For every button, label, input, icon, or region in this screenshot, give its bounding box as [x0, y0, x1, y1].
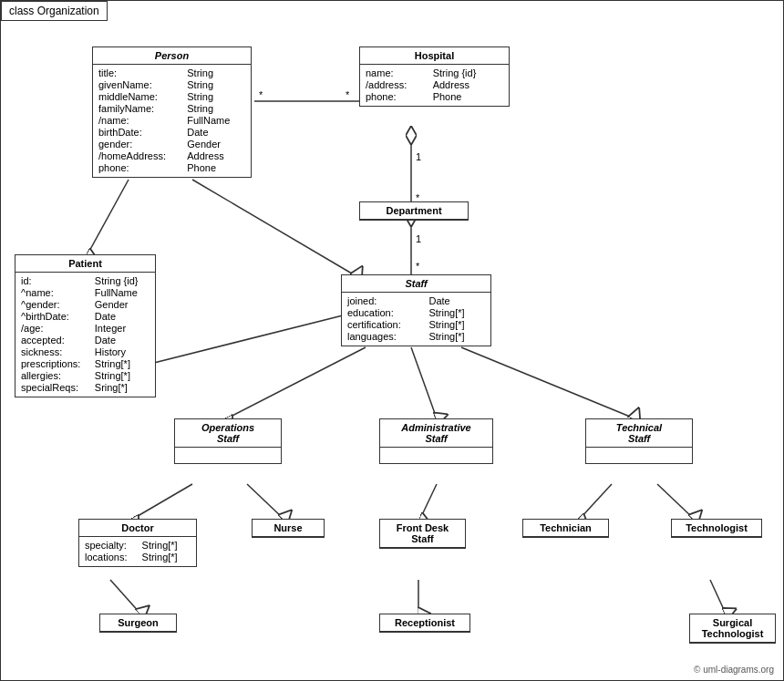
class-technologist-header: Technologist — [672, 520, 761, 537]
class-doctor: Doctor specialty:String[*] locations:Str… — [78, 519, 197, 567]
svg-line-17 — [461, 347, 634, 418]
class-surgeon: Surgeon — [99, 614, 177, 633]
class-front-desk-staff-header: Front Desk Staff — [380, 520, 465, 548]
class-patient-header: Patient — [15, 255, 155, 273]
class-person-header: Person — [93, 47, 251, 65]
class-staff-body: joined:Date education:String[*] certific… — [342, 293, 490, 346]
class-doctor-header: Doctor — [79, 520, 196, 537]
class-patient: Patient id:String {id} ^name:FullName ^g… — [15, 254, 156, 397]
class-person: Person title:String givenName:String mid… — [92, 46, 252, 178]
svg-line-12 — [192, 180, 356, 276]
class-operations-staff-header: Operations Staff — [175, 419, 281, 448]
class-surgeon-header: Surgeon — [100, 614, 176, 632]
class-patient-body: id:String {id} ^name:FullName ^gender:Ge… — [15, 273, 155, 397]
class-technician-header: Technician — [523, 520, 608, 537]
svg-line-11 — [88, 180, 129, 254]
svg-text:1: 1 — [416, 233, 421, 244]
class-nurse: Nurse — [252, 519, 325, 538]
class-nurse-header: Nurse — [253, 520, 324, 537]
class-technician: Technician — [522, 519, 609, 538]
class-administrative-staff-header: Administrative Staff — [380, 419, 492, 448]
svg-text:*: * — [416, 261, 420, 272]
svg-line-19 — [247, 484, 284, 519]
svg-line-25 — [710, 580, 726, 614]
class-surgical-technologist: Surgical Technologist — [689, 614, 776, 644]
svg-line-15 — [227, 347, 366, 418]
class-doctor-body: specialty:String[*] locations:String[*] — [79, 537, 196, 566]
class-department-header: Department — [360, 202, 468, 220]
svg-line-20 — [420, 484, 437, 519]
class-hospital-body: name:String {id} /address:Address phone:… — [360, 65, 509, 106]
diagram-container: class Organization * * 1 * — [0, 0, 784, 681]
svg-line-21 — [580, 484, 612, 519]
svg-line-16 — [411, 347, 437, 418]
class-person-body: title:String givenName:String middleName… — [93, 65, 251, 177]
class-technologist: Technologist — [671, 519, 762, 538]
footer: © uml-diagrams.org — [694, 665, 774, 675]
diagram-title: class Organization — [1, 1, 108, 21]
class-staff-header: Staff — [342, 275, 490, 293]
class-technical-staff-header: Technical Staff — [586, 419, 692, 448]
class-technical-staff: Technical Staff — [585, 418, 693, 464]
class-surgical-technologist-header: Surgical Technologist — [690, 614, 775, 643]
class-receptionist-header: Receptionist — [380, 614, 469, 632]
svg-text:1: 1 — [416, 151, 421, 162]
svg-line-13 — [143, 315, 343, 366]
svg-line-18 — [133, 484, 192, 519]
class-receptionist: Receptionist — [379, 614, 470, 633]
class-hospital: Hospital name:String {id} /address:Addre… — [359, 46, 510, 107]
class-hospital-header: Hospital — [360, 47, 509, 65]
class-operations-staff: Operations Staff — [174, 418, 282, 464]
class-staff: Staff joined:Date education:String[*] ce… — [341, 274, 491, 346]
svg-line-23 — [110, 580, 140, 614]
svg-text:*: * — [259, 89, 263, 100]
svg-text:*: * — [346, 89, 350, 100]
svg-line-22 — [657, 484, 694, 519]
class-administrative-staff: Administrative Staff — [379, 418, 493, 464]
class-department: Department — [359, 201, 469, 221]
class-front-desk-staff: Front Desk Staff — [379, 519, 466, 549]
